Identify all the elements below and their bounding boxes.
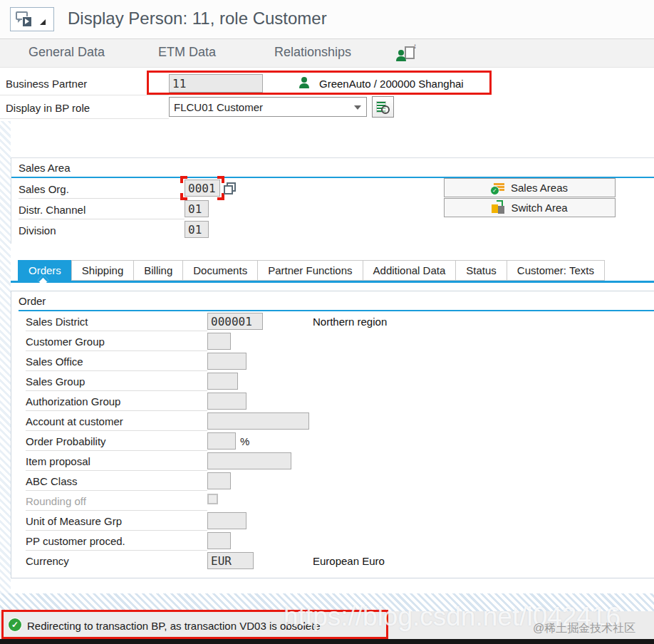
item-proposal-label: Item proposal <box>26 455 90 467</box>
rounding-off-checkbox[interactable] <box>207 494 218 504</box>
person-icon <box>396 50 406 61</box>
form-row: Rounding off <box>11 491 654 511</box>
field-group <box>207 412 309 430</box>
field-group <box>207 532 231 549</box>
tab-partner-functions[interactable]: Partner Functions <box>257 260 362 281</box>
bp-role-row: Display in BP role FLCU01 Customer <box>0 95 654 119</box>
role-search-icon <box>376 100 390 114</box>
tab-shipping[interactable]: Shipping <box>71 260 133 281</box>
field-group: 0001 <box>185 180 236 197</box>
switch-area-button[interactable]: Switch Area <box>444 198 616 217</box>
arrow-icon <box>497 200 503 207</box>
role-detail-button[interactable] <box>372 96 394 118</box>
row-separator <box>0 118 169 119</box>
sales-district-description: Northern region <box>313 316 387 328</box>
sales-areas-button[interactable]: Sales Areas <box>444 178 616 197</box>
button-label: Switch Area <box>511 202 567 214</box>
tab-documents[interactable]: Documents <box>182 260 257 281</box>
bp-role-dropdown[interactable]: FLCU01 Customer <box>169 97 367 117</box>
account-at-customer-label: Account at customer <box>26 415 123 427</box>
business-partner-description: GreenAuto / 200000 Shanghai <box>319 78 464 90</box>
order-section-title: Order <box>11 291 654 310</box>
form-row: Customer Group <box>11 331 654 351</box>
order-probability-field[interactable] <box>207 432 236 450</box>
account-at-customer-field[interactable] <box>207 412 309 430</box>
customer-group-label: Customer Group <box>26 336 105 348</box>
bp-role-label: Display in BP role <box>6 101 90 113</box>
customer-group-field[interactable] <box>207 333 231 350</box>
nav-item-general-data[interactable]: General Data <box>28 45 105 60</box>
authorization-group-field[interactable] <box>207 393 246 410</box>
sales-areas-icon <box>492 182 504 194</box>
sales-office-label: Sales Office <box>26 355 83 368</box>
field-group <box>207 452 291 469</box>
form-row: Sales Group <box>11 371 654 391</box>
tab-customer-texts[interactable]: Customer: Texts <box>507 260 605 281</box>
sales-area-panel: Sales Area Sales Org.0001Distr. Channel0… <box>11 157 654 244</box>
form-row: PP customer proced. <box>11 531 654 551</box>
bp-role-value: FLCU01 Customer <box>174 101 263 113</box>
business-partner-row: Business Partner 11 GreenAuto / 200000 S… <box>0 71 654 95</box>
form-row: Item proposal <box>11 451 654 471</box>
form-row: Account at customer <box>11 411 654 431</box>
status-bar: Redirecting to transaction BP, as transa… <box>0 611 654 639</box>
pp-customer-proced-label: PP customer proced. <box>26 535 125 547</box>
field-group <box>207 472 231 489</box>
form-row: Sales District000001Northern region <box>11 311 654 331</box>
unit-suffix: % <box>240 435 249 447</box>
distr-channel-label: Distr. Channel <box>19 203 85 215</box>
field-group <box>207 492 218 504</box>
person-sync-icon[interactable]: ↕ <box>396 45 415 61</box>
multiple-values-icon[interactable] <box>224 182 236 194</box>
status-message: Redirecting to transaction BP, as transa… <box>27 619 321 631</box>
authorization-group-label: Authorization Group <box>26 395 120 407</box>
form-row: Authorization Group <box>11 391 654 411</box>
tab-status[interactable]: Status <box>455 260 507 281</box>
gui-services-menu-button[interactable] <box>10 7 54 31</box>
distr-channel-field[interactable]: 01 <box>185 200 209 217</box>
orders-tab-panel: Order Sales District000001Northern regio… <box>11 291 654 578</box>
division-field[interactable]: 01 <box>185 221 209 238</box>
sales-district-field[interactable]: 000001 <box>207 313 263 330</box>
sales-group-field[interactable] <box>207 373 238 390</box>
form-row: Unit of Measure Grp <box>11 511 654 531</box>
field-group <box>207 353 246 370</box>
tab-billing[interactable]: Billing <box>133 260 182 281</box>
currency-field[interactable]: EUR <box>207 552 254 569</box>
nav-item-etm-data[interactable]: ETM Data <box>158 45 216 60</box>
unit-of-measure-grp-label: Unit of Measure Grp <box>26 515 122 527</box>
division-label: Division <box>19 224 56 236</box>
annotated-field-wrapper: 0001 <box>185 180 220 197</box>
annotation-crop-mark <box>180 176 187 183</box>
pp-customer-proced-field[interactable] <box>207 532 231 549</box>
form-row: Order Probability% <box>11 431 654 451</box>
field-group <box>207 333 231 350</box>
unit-of-measure-grp-field[interactable] <box>207 512 246 529</box>
field-group: 01 <box>185 200 209 217</box>
field-group: 000001 <box>207 313 263 330</box>
nav-item-relationships[interactable]: Relationships <box>274 45 351 60</box>
background-stripes <box>0 121 11 611</box>
form-row: Division01 <box>11 219 654 240</box>
abc-class-field[interactable] <box>207 472 231 489</box>
button-label: Sales Areas <box>511 182 568 194</box>
form-row: ABC Class <box>11 471 654 491</box>
field-group: EUR <box>207 552 254 569</box>
form-row: CurrencyEUREuropean Euro <box>11 551 654 571</box>
tab-additional-data[interactable]: Additional Data <box>363 260 456 281</box>
switch-area-icon <box>492 202 504 214</box>
field-group: % <box>207 432 249 450</box>
item-proposal-field[interactable] <box>207 452 291 469</box>
sync-arrows-icon: ↕ <box>413 42 417 50</box>
menu-corner-icon <box>40 19 46 25</box>
form-row: Sales Office <box>11 351 654 371</box>
currency-description: European Euro <box>313 555 385 567</box>
rounding-off-label: Rounding off <box>26 495 86 507</box>
business-partner-field[interactable]: 11 <box>169 74 263 93</box>
sales-org-label: Sales Org. <box>19 182 69 194</box>
sales-office-field[interactable] <box>207 353 246 370</box>
currency-label: Currency <box>26 555 69 567</box>
business-partner-label: Business Partner <box>6 78 87 90</box>
sales-org-field[interactable]: 0001 <box>185 180 220 197</box>
nav-row: General DataETM DataRelationships ↕ <box>0 39 654 68</box>
